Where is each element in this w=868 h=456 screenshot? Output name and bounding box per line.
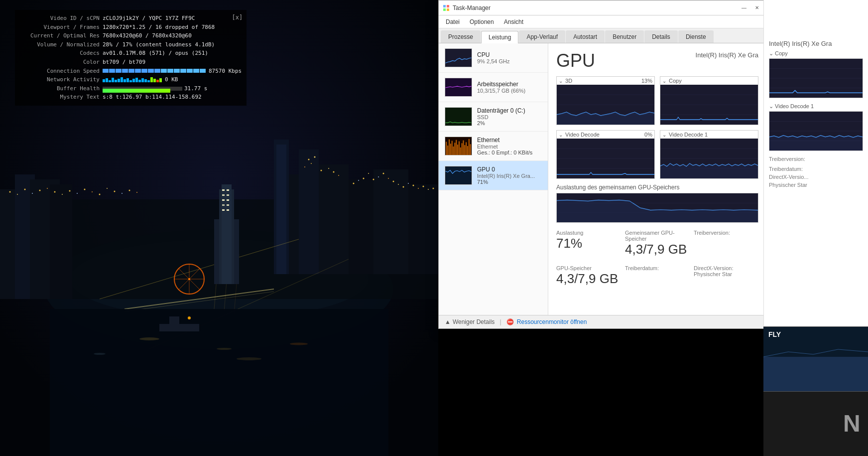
cpu-sidebar-info: CPU 9% 2,54 GHz [477, 51, 542, 64]
menu-item-datei[interactable]: Datei [442, 17, 464, 27]
bottom-separator: | [499, 318, 501, 325]
svg-point-17 [311, 163, 312, 164]
svg-point-34 [403, 186, 404, 188]
overlay-value-netact: 0 KB [165, 75, 178, 84]
tab-benutzer[interactable]: Benutzer [605, 30, 644, 43]
overflow-directx-label: DirectX-Versio... [769, 174, 863, 180]
cpu-subtitle: 9% 2,54 GHz [477, 58, 542, 64]
svg-rect-15 [276, 145, 286, 274]
resource-monitor-link[interactable]: ⛔ Ressourcenmonitor öffnen [506, 318, 587, 325]
tab-leistung[interactable]: Leistung [481, 31, 518, 43]
task-manager-window: Task-Manager — ✕ Datei Optionen Ansicht … [438, 0, 767, 329]
menu-item-optionen[interactable]: Optionen [466, 17, 498, 27]
overlay-label-mystery: Mystery Text [20, 93, 100, 102]
video-background: [x] Video ID / sCPN zCLOJ9j1k2Y / YQPC 1… [0, 0, 438, 456]
svg-point-24 [353, 183, 355, 184]
svg-text:N: N [843, 410, 861, 437]
close-button[interactable]: ✕ [751, 2, 762, 13]
gpu-overflow-panel: Intel(R) Iris(R) Xe Gra ⌄ Copy ⌄ Video D… [763, 0, 868, 329]
svg-rect-96 [443, 8, 446, 11]
stat-treiberdatum: Treiberdatum: [625, 263, 690, 289]
overlay-value-viewport: 1280x720*1.25 / 16 dropped of 7868 [103, 23, 215, 32]
chart-vdecode-percent: 0% [644, 132, 652, 138]
overlay-close-button[interactable]: [x] [232, 13, 243, 22]
gpu-stats-row1: Auslastung 71% Gemeinsamer GPU-Speicher … [556, 228, 758, 259]
sidebar-item-gpu[interactable]: GPU 0 Intel(R) Iris(R) Xe Gra... 71% [439, 161, 548, 190]
svg-point-88 [290, 343, 308, 345]
svg-text:FLY: FLY [768, 330, 781, 338]
sidebar-item-disk[interactable]: Datenträger 0 (C:) SSD 2% [439, 102, 548, 132]
ram-sidebar-info: Arbeitsspeicher 10,3/15,7 GB (66%) [477, 81, 542, 94]
svg-rect-107 [453, 147, 454, 155]
chart-vdecode-area [557, 139, 654, 178]
menu-item-ansicht[interactable]: Ansicht [500, 17, 527, 27]
overlay-value-connspeed: 87570 Kbps [209, 67, 242, 76]
svg-point-52 [92, 191, 93, 192]
gpu-title: GPU 0 [477, 166, 542, 173]
svg-point-19 [304, 166, 305, 167]
chart-3d-percent: 13% [641, 78, 652, 84]
overflow-treiberversion-label: Treiberversion: [769, 156, 863, 162]
sidebar-item-cpu[interactable]: CPU 9% 2,54 GHz [439, 43, 548, 73]
svg-rect-6 [319, 164, 349, 274]
thumbnail-br-1[interactable]: FLY [763, 326, 868, 391]
chart-vdecode-title: ⌄ Video Decode [559, 132, 600, 138]
svg-point-29 [378, 176, 379, 177]
svg-point-43 [24, 189, 26, 190]
stat-gemeinsamer-speicher: Gemeinsamer GPU-Speicher 4,3/7,9 GB [625, 228, 690, 259]
svg-point-50 [77, 193, 78, 194]
svg-point-58 [136, 192, 137, 193]
gpu-subtitle: Intel(R) Iris(R) Xe Gra... [477, 173, 542, 179]
tab-app-verlauf[interactable]: App-Verlauf [519, 30, 565, 43]
svg-point-18 [314, 156, 316, 158]
overlay-label-volume: Volume / Normalized [20, 40, 100, 49]
cpu-title: CPU [477, 51, 542, 58]
tab-autostart[interactable]: Autostart [566, 30, 605, 43]
thumbnail-br-2[interactable]: N [763, 391, 868, 456]
svg-point-45 [39, 190, 41, 191]
svg-rect-116 [466, 142, 467, 155]
task-manager-icon [443, 4, 450, 11]
svg-rect-118 [469, 139, 470, 155]
gpu-chart-copy: ⌄ Copy [660, 76, 758, 125]
svg-rect-119 [470, 144, 471, 155]
less-details-button[interactable]: ▲ Weniger Details [445, 318, 495, 325]
svg-rect-98 [445, 49, 471, 67]
svg-rect-72 [227, 199, 229, 201]
overlay-value-codecs: av01.0.17M.08 (571) / opus (251) [103, 49, 208, 58]
overlay-label-color: Color [20, 58, 100, 67]
overlay-value-mystery: s:8 t:126.97 b:114.114-158.692 [103, 93, 202, 102]
gpu-chart-3d: ⌄ 3D 13% [556, 76, 655, 125]
ethernet-subtitle: Ethernet [477, 144, 542, 150]
svg-point-57 [129, 190, 130, 191]
svg-point-40 [433, 188, 434, 189]
overlay-value-connspeed-pre: 87570 Kbps [103, 67, 242, 76]
minimize-button[interactable]: — [739, 2, 749, 13]
stat-directx: DirectX-Version: Physischer Star [694, 263, 758, 289]
svg-rect-111 [459, 142, 460, 155]
ethernet-title: Ethernet [477, 137, 542, 144]
svg-rect-94 [443, 5, 446, 7]
tab-details[interactable]: Details [644, 30, 678, 43]
gpu-detail-panel: GPU Intel(R) Iris(R) Xe Gra ⌄ 3D 13% [548, 43, 766, 315]
svg-point-38 [423, 186, 424, 187]
svg-rect-7 [349, 179, 373, 274]
svg-point-90 [237, 357, 261, 360]
stat-gemeinsamer-label: Gemeinsamer GPU-Speicher [625, 230, 690, 242]
sidebar-item-ram[interactable]: Arbeitsspeicher 10,3/15,7 GB (66%) [439, 73, 548, 102]
tab-dienste[interactable]: Dienste [678, 30, 714, 43]
overlay-label-connspeed: Connection Speed [20, 67, 100, 76]
overflow-physisch-label: Physischer Star [769, 182, 863, 188]
sidebar-item-ethernet[interactable]: Ethernet Ethernet Ges.: 0 Empf.: 0 KBit/… [439, 132, 548, 161]
svg-rect-110 [457, 145, 458, 155]
svg-rect-92 [169, 316, 179, 324]
svg-point-30 [383, 173, 384, 174]
svg-rect-115 [464, 145, 465, 155]
shared-mem-chart [556, 193, 758, 223]
chart-vdecode1-area [660, 139, 758, 178]
svg-point-89 [94, 353, 106, 355]
svg-point-28 [373, 179, 374, 180]
stat-treiberversion-label: Treiberversion: [694, 230, 758, 236]
tab-prozesse[interactable]: Prozesse [441, 30, 481, 43]
svg-rect-99 [445, 78, 471, 96]
